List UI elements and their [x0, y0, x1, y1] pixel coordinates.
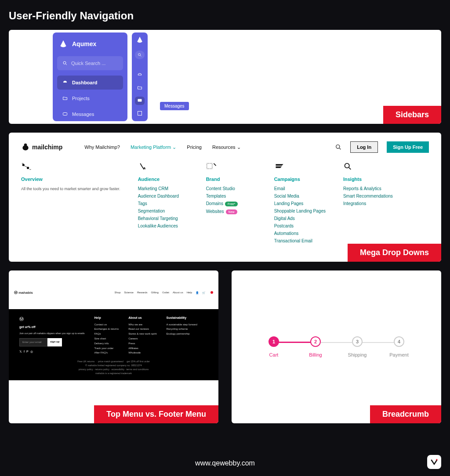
mega-link[interactable]: WebsitesNew — [206, 209, 257, 214]
mega-link[interactable]: Audience Dashboard — [138, 194, 189, 198]
search-button[interactable] — [135, 50, 145, 59]
step-connector — [357, 342, 399, 343]
sidebar-item-analytics[interactable]: Analytics — [57, 123, 123, 124]
svg-rect-5 — [138, 99, 142, 102]
footer-link[interactable]: Who we are — [128, 322, 156, 327]
footer-link[interactable]: Press — [128, 341, 156, 346]
svg-rect-16 — [207, 163, 212, 169]
footer-link[interactable]: FAQs — [94, 332, 119, 336]
nav-link[interactable]: Pricing — [187, 144, 202, 150]
step-shipping[interactable]: 3 Shipping — [337, 336, 378, 357]
brand-name: mailchimp — [32, 144, 62, 151]
nav-link-active[interactable]: Marketing Platform ⌄ — [131, 144, 176, 150]
facebook-icon[interactable]: f — [24, 349, 25, 355]
card-badge: Top Menu vs. Footer Menu — [94, 405, 218, 423]
mega-link[interactable]: Marketing CRM — [138, 186, 189, 191]
mega-link[interactable]: Templates — [206, 194, 257, 198]
search-icon — [62, 61, 68, 66]
new-badge: New — [226, 209, 237, 214]
mega-link[interactable]: Tags — [138, 201, 189, 206]
svg-line-1 — [66, 64, 67, 65]
mega-link[interactable]: Integrations — [343, 201, 394, 206]
topnav-link[interactable]: Gifting — [151, 291, 159, 294]
search-placeholder: Quick Search ... — [71, 61, 105, 66]
nav-link[interactable]: Resources ⌄ — [212, 144, 241, 150]
aqumex-logo-icon — [59, 40, 68, 48]
topnav-link[interactable]: Rewards — [137, 291, 148, 294]
analytics-button[interactable] — [135, 109, 145, 118]
step-billing[interactable]: 2 Billing — [295, 336, 337, 357]
mega-link[interactable]: Postcards — [274, 224, 326, 228]
footer-link[interactable]: A sustainable step forward — [167, 322, 197, 327]
card-badge: Mega Drop Downs — [348, 244, 441, 262]
instagram-icon[interactable]: ◎ — [30, 349, 33, 355]
svg-point-8 — [24, 144, 27, 147]
sidebar-item-projects[interactable]: Projects — [57, 91, 123, 105]
footer-link[interactable]: Wholesale — [128, 350, 156, 355]
step-connector — [274, 342, 316, 343]
footer-link[interactable]: Delivery info — [94, 341, 119, 346]
search-icon[interactable] — [335, 144, 341, 150]
topnav-link[interactable]: Help — [187, 291, 192, 294]
sidebar-item-label: Messages — [72, 112, 94, 117]
topnav-link[interactable]: About us — [173, 291, 183, 294]
mega-link[interactable]: DomainsFree* — [206, 201, 257, 206]
footer-link[interactable]: Recycling scheme — [167, 327, 197, 332]
mega-link[interactable]: Email — [274, 186, 326, 191]
mega-link[interactable]: Shoppable Landing Pages — [274, 209, 326, 213]
dashboard-button[interactable] — [135, 71, 145, 79]
step-payment[interactable]: 4 Payment — [378, 336, 420, 357]
chevron-down-icon: ⌄ — [237, 144, 241, 150]
footer-link[interactable]: Read our reviews — [128, 327, 156, 332]
signup-button[interactable]: Sign Up Free — [387, 141, 429, 153]
aqumex-logo-icon — [135, 36, 144, 43]
footer-link[interactable]: Size chart — [94, 336, 119, 341]
topnav-link[interactable]: Outlet — [162, 291, 169, 294]
footer-link[interactable]: Stores & new work spirit — [128, 332, 156, 336]
footer-link[interactable]: Affiliates — [128, 346, 156, 351]
topnav-link[interactable]: Shop — [115, 291, 121, 294]
step-number: 4 — [394, 336, 404, 347]
notification-dot — [210, 291, 213, 294]
sidebar-item-messages[interactable]: Messages — [57, 107, 123, 121]
mega-link[interactable]: Social Media — [274, 194, 326, 198]
pinterest-icon[interactable]: P — [26, 349, 29, 355]
newsletter-heading: get ur% off — [19, 325, 84, 330]
nav-link[interactable]: Why Mailchimp? — [84, 144, 120, 150]
mega-link[interactable]: Transactional Email — [274, 238, 326, 243]
mega-link[interactable]: Reports & Analytics — [343, 186, 394, 191]
mega-link[interactable]: Lookalike Audiences — [138, 224, 189, 228]
mega-link[interactable]: Digital Ads — [274, 216, 326, 221]
col-heading: Brand — [206, 177, 257, 182]
twitter-icon[interactable]: 𝕏 — [19, 349, 22, 355]
footer-fineprint: Free UK returns · price match guaranteed… — [19, 360, 208, 375]
mega-link[interactable]: Content Studio — [206, 186, 257, 191]
email-input[interactable]: Enter your email — [19, 338, 47, 346]
footer-link[interactable]: Contact us — [94, 322, 119, 327]
svg-rect-2 — [63, 113, 67, 115]
mega-link[interactable]: Segmentation — [138, 209, 189, 213]
topnav-link[interactable]: Science — [124, 291, 134, 294]
step-cart[interactable]: 1 Cart — [253, 336, 295, 357]
mega-link[interactable]: Smart Recommendations — [343, 194, 394, 198]
svg-point-0 — [63, 61, 66, 64]
mega-link[interactable]: Behavioral Targeting — [138, 216, 189, 221]
mega-link[interactable]: Landing Pages — [274, 201, 326, 206]
login-button[interactable]: Log In — [350, 141, 378, 153]
col-heading: Audience — [138, 177, 189, 182]
projects-button[interactable] — [135, 84, 145, 92]
signup-button[interactable]: sign up — [47, 338, 62, 346]
dashboard-icon — [137, 72, 142, 78]
brand-name: Aqumex — [72, 40, 96, 47]
footer-link[interactable]: Careers — [128, 336, 156, 341]
cart-icon[interactable]: 🛒 — [202, 291, 205, 294]
footer-link[interactable]: After FAQ's — [94, 350, 119, 355]
footer-link[interactable]: Exchanges & returns — [94, 327, 119, 332]
user-icon[interactable]: 👤 — [196, 291, 199, 294]
search-input[interactable]: Quick Search ... — [57, 56, 123, 70]
sidebar-item-dashboard[interactable]: Dashboard — [57, 76, 123, 90]
mega-link[interactable]: Automations — [274, 231, 326, 236]
footer-link[interactable]: Ecology partnership — [167, 332, 197, 336]
footer-link[interactable]: Track your order — [94, 346, 119, 351]
messages-button[interactable] — [135, 97, 145, 105]
